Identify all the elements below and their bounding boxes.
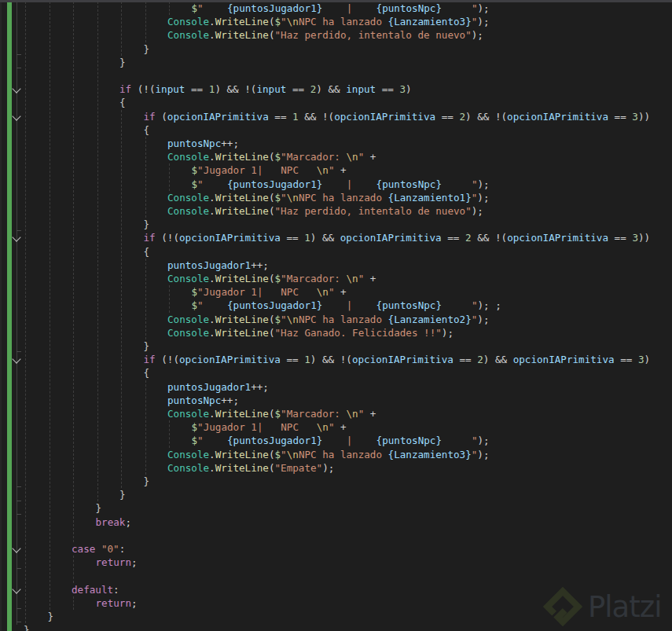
code-line[interactable]: Console.WriteLine("Haz Ganado. Felicidad… <box>167 326 454 339</box>
code-token: "Haz perdido, intentalo de nuevo" <box>275 29 472 41</box>
code-token: $ <box>192 178 198 190</box>
code-token: " <box>281 192 287 204</box>
code-token: WriteLine <box>215 205 269 217</box>
code-token: } <box>96 502 102 514</box>
code-token: " <box>442 178 478 190</box>
code-token: 1 <box>304 232 310 244</box>
code-line[interactable]: if (opcionIAPrimitiva == 1 && !(opcionIA… <box>144 110 651 123</box>
code-line[interactable]: return; <box>96 596 138 610</box>
code-line[interactable]: default: <box>72 583 119 596</box>
code-line[interactable]: Console.WriteLine($"\nNPC ha lanzado {La… <box>167 15 490 28</box>
code-line[interactable]: puntosNpc++; <box>167 394 239 407</box>
outline-end-tick <box>17 501 21 501</box>
code-line[interactable]: Console.WriteLine("Haz perdido, intental… <box>167 28 483 42</box>
code-token: "Marcador: <box>281 408 346 420</box>
code-line[interactable]: if (!(opcionIAPrimitiva == 1) && !(opcio… <box>144 353 651 366</box>
outline-end-tick <box>17 608 21 609</box>
code-line[interactable]: $"Jugador 1| NPC \n" + <box>192 285 347 299</box>
code-token: " <box>197 435 227 446</box>
code-token: ); <box>442 327 454 339</box>
code-token: if <box>144 232 156 244</box>
code-token: : <box>119 543 126 555</box>
fold-chevron-icon[interactable] <box>12 355 20 364</box>
code-token: \n <box>287 449 299 460</box>
code-line[interactable]: Console.WriteLine($"Marcador: \n" + <box>167 150 376 163</box>
code-token: ( <box>269 327 275 339</box>
code-line[interactable]: puntosNpc++; <box>167 137 239 150</box>
code-token: {Lanzamiento1} <box>388 192 472 204</box>
fold-chevron-icon[interactable] <box>12 585 20 593</box>
code-token: ( <box>269 314 275 325</box>
code-token: WriteLine <box>215 449 269 460</box>
code-line[interactable]: $" {puntosJugador1} | {puntosNpc} "); <box>192 434 490 447</box>
code-token: if <box>119 83 131 95</box>
code-line[interactable]: break; <box>96 515 132 529</box>
code-line[interactable]: Console.WriteLine($"\nNPC ha lanzado {La… <box>167 313 490 326</box>
code-line[interactable]: Console.WriteLine($"Marcador: \n" + <box>167 407 376 420</box>
code-token: )) <box>638 232 650 244</box>
code-line[interactable]: if (!(opcionIAPrimitiva == 1) && opcionI… <box>144 231 651 244</box>
code-token: opcionIAPrimitiva <box>167 111 269 123</box>
code-line[interactable]: } <box>119 56 126 69</box>
code-line[interactable]: { <box>119 96 126 109</box>
code-token: } <box>144 43 150 55</box>
code-line[interactable]: Console.WriteLine($"Marcador: \n" + <box>167 272 376 285</box>
code-token: )) <box>638 111 650 123</box>
code-line[interactable]: Console.WriteLine($"\nNPC ha lanzado {La… <box>167 191 490 204</box>
platzi-watermark: Platzi <box>542 583 672 630</box>
indent-guide <box>145 2 146 42</box>
code-token: ( <box>156 111 167 123</box>
code-token: == <box>269 111 292 123</box>
code-token: && !( <box>299 111 335 123</box>
code-line[interactable]: $" {puntosJugador1} | {puntosNpc} "); ; <box>192 299 501 312</box>
code-line[interactable]: $"Jugador 1| NPC \n" + <box>192 420 347 434</box>
code-line[interactable]: } <box>48 610 54 623</box>
fold-chevron-icon[interactable] <box>12 112 20 120</box>
code-token: ( <box>269 192 275 204</box>
code-line[interactable]: } <box>144 42 150 56</box>
code-token: { <box>119 97 126 108</box>
code-token: } <box>119 57 126 68</box>
code-token: {puntosJugador1} <box>227 2 322 14</box>
code-line[interactable]: } <box>24 623 30 631</box>
fold-chevron-icon[interactable] <box>12 233 20 242</box>
code-token: . <box>209 408 215 420</box>
code-token: Console <box>167 462 209 474</box>
code-line[interactable]: } <box>144 475 150 488</box>
code-token: NPC ha lanzado <box>299 449 388 460</box>
code-line[interactable]: Console.WriteLine("Haz perdido, intental… <box>167 204 483 218</box>
code-line[interactable]: { <box>144 366 150 380</box>
code-line[interactable]: Console.WriteLine($"\nNPC ha lanzado {La… <box>167 448 490 461</box>
code-token: puntosNpc <box>167 394 221 406</box>
code-token: ++; <box>221 394 239 406</box>
code-line[interactable]: $" {puntosJugador1} | {puntosNpc} "); <box>192 2 490 15</box>
code-line[interactable]: puntosJugador1++; <box>167 380 269 394</box>
code-line[interactable]: { <box>144 123 150 137</box>
code-line[interactable]: } <box>144 218 150 231</box>
outline-end-tick <box>17 622 21 622</box>
code-line[interactable]: $"Jugador 1| NPC \n" + <box>192 163 347 177</box>
code-token: "Marcador: <box>281 273 346 284</box>
code-token: NPC ha lanzado <box>299 192 388 204</box>
fold-chevron-icon[interactable] <box>12 544 20 552</box>
code-line[interactable]: } <box>119 488 126 501</box>
code-token: 1 <box>292 111 299 123</box>
code-line[interactable]: } <box>144 339 150 353</box>
code-line[interactable]: { <box>144 245 150 259</box>
code-line[interactable]: puntosJugador1++; <box>167 259 269 272</box>
code-token: . <box>209 151 215 163</box>
code-line[interactable]: return; <box>96 556 138 569</box>
code-line[interactable]: Console.WriteLine("Empate"); <box>167 461 334 475</box>
code-token: WriteLine <box>215 462 269 474</box>
code-line[interactable]: $" {puntosJugador1} | {puntosNpc} "); <box>192 178 490 191</box>
code-token: {puntosNpc} <box>376 435 442 446</box>
code-token: Console <box>167 408 209 420</box>
code-token: == <box>286 83 310 95</box>
code-line[interactable]: if (!(input == 1) && !(input == 2) && in… <box>119 83 412 96</box>
code-token: == <box>442 232 465 244</box>
code-line[interactable]: } <box>96 501 102 515</box>
code-token: ; <box>131 597 138 609</box>
code-line[interactable]: case "0": <box>72 542 125 556</box>
indent-guide <box>25 2 26 623</box>
fold-chevron-icon[interactable] <box>12 85 20 94</box>
